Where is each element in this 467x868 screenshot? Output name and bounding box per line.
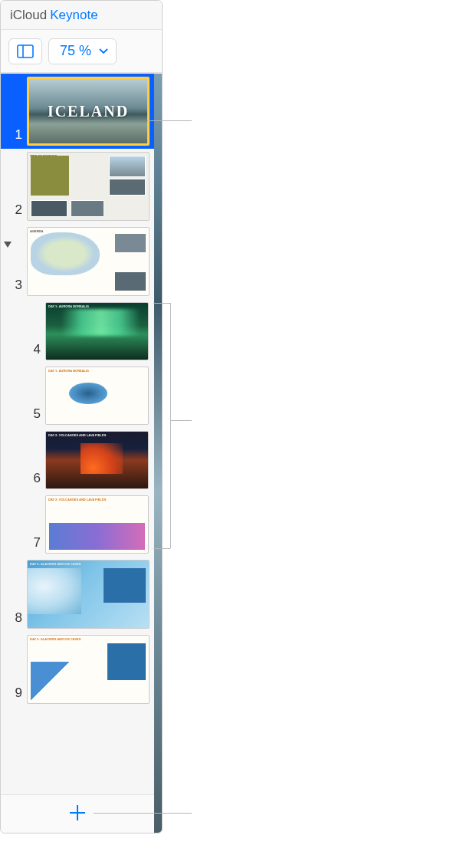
slide-thumbnail-1[interactable]: 1 ICELAND (1, 74, 154, 149)
slide-thumbnail-3[interactable]: 3 AGENDA (1, 224, 154, 299)
svg-marker-2 (4, 242, 12, 248)
disclosure-down-icon (3, 241, 12, 248)
zoom-value: 75 % (60, 43, 91, 59)
slide-header: DAY 2: VOLCANOES AND LAVA FIELDS (48, 433, 106, 437)
chevron-down-icon (99, 48, 108, 54)
zoom-select[interactable]: 75 % (48, 38, 117, 64)
slide-thumbnail-2[interactable]: 2 TRIP OBJECTIVES (1, 149, 154, 224)
slide-header: DAY 3: GLACIERS AND ICE CAVES (30, 637, 81, 641)
slide-number: 6 (22, 471, 41, 486)
plus-icon (67, 803, 87, 823)
slide-number: 5 (22, 406, 41, 422)
slide-thumbnail-9[interactable]: 9 DAY 3: GLACIERS AND ICE CAVES (1, 632, 154, 707)
slide-thumbnail-5[interactable]: 5 DAY 1: AURORA BOREALIS (1, 363, 154, 428)
toolbar: 75 % (1, 30, 162, 73)
callout-line (94, 813, 192, 814)
keynote-window: iCloud Keynote 75 % 1 ICELAND 2 (0, 0, 163, 833)
slide-number: 7 (22, 535, 41, 551)
slide-thumbnail-7[interactable]: 7 DAY 2: VOLCANOES AND LAVA FIELDS (1, 492, 154, 557)
slide-navigator[interactable]: 1 ICELAND 2 TRIP OBJECTIVES 3 AGENDA (1, 74, 154, 794)
slide-number: 2 (4, 202, 22, 218)
window-header: iCloud Keynote (1, 1, 162, 30)
thumbnail: DAY 2: VOLCANOES AND LAVA FIELDS (45, 495, 149, 554)
callout-line (147, 120, 192, 121)
thumbnail: AGENDA (27, 227, 150, 296)
navigator-footer (1, 794, 154, 833)
callout-line (170, 420, 192, 421)
thumbnail: DAY 3: GLACIERS AND ICE CAVES (27, 635, 150, 704)
thumbnail: DAY 2: VOLCANOES AND LAVA FIELDS (45, 431, 149, 489)
thumbnail: DAY 1: AURORA BOREALIS (45, 367, 149, 425)
slide-header: DAY 1: AURORA BOREALIS (48, 369, 89, 373)
thumbnail: ICELAND (27, 77, 150, 146)
slide-number: 9 (4, 686, 22, 701)
thumbnail: TRIP OBJECTIVES (27, 152, 150, 221)
slide-number: 1 (4, 127, 22, 143)
slide-header: AGENDA (30, 229, 43, 233)
slide-number: 3 (4, 278, 22, 293)
view-navigator-icon (17, 44, 34, 58)
thumbnail: DAY 3: GLACIERS AND ICE CAVES (27, 560, 150, 629)
slide-thumbnail-4[interactable]: 4 DAY 1: AURORA BOREALIS (1, 299, 154, 363)
app-name-label[interactable]: Keynote (50, 8, 97, 23)
callout-line (170, 303, 171, 548)
disclosure-triangle[interactable] (3, 238, 12, 252)
slide-thumbnail-6[interactable]: 6 DAY 2: VOLCANOES AND LAVA FIELDS (1, 428, 154, 492)
slide-header: DAY 3: GLACIERS AND ICE CAVES (30, 562, 81, 566)
add-slide-button[interactable] (67, 802, 87, 827)
view-mode-button[interactable] (8, 38, 42, 64)
callout-line (153, 303, 170, 304)
slide-number: 8 (4, 610, 22, 626)
icloud-label: iCloud (10, 8, 47, 23)
slide-title: ICELAND (48, 103, 129, 120)
canvas-edge (154, 74, 163, 833)
slide-header: DAY 2: VOLCANOES AND LAVA FIELDS (48, 498, 106, 501)
slide-number: 4 (22, 342, 41, 357)
slide-thumbnail-8[interactable]: 8 DAY 3: GLACIERS AND ICE CAVES (1, 557, 154, 632)
thumbnail: DAY 1: AURORA BOREALIS (45, 302, 149, 360)
svg-rect-0 (18, 45, 33, 58)
slide-header: DAY 1: AURORA BOREALIS (48, 304, 89, 308)
callout-line (153, 548, 170, 549)
